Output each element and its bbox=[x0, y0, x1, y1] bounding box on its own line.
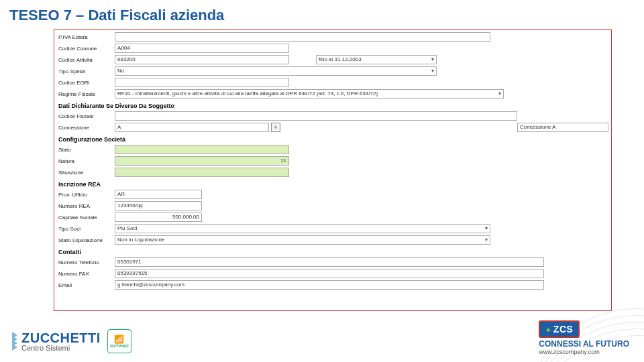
brand-top: ZUCCHETTI bbox=[21, 331, 101, 345]
lbl-fax: Numero FAX bbox=[54, 271, 115, 277]
lbl-eori: Codice EORI bbox=[54, 80, 115, 86]
input-email[interactable]: g.franchi@zcscompany.com bbox=[115, 280, 544, 290]
lbl-stato: Stato bbox=[54, 147, 115, 153]
lbl-comune: Codice Comune bbox=[54, 46, 115, 52]
input-eori[interactable] bbox=[115, 78, 289, 87]
select-spese[interactable]: No bbox=[115, 66, 437, 76]
input-cf[interactable] bbox=[115, 111, 517, 121]
input-capitale[interactable]: 500.000,00 bbox=[115, 213, 202, 222]
input-situazione[interactable] bbox=[115, 168, 289, 177]
logo-zcs: ZCS CONNESSI AL FUTURO www.zcscompany.co… bbox=[539, 320, 629, 355]
input-natura[interactable]: 11 bbox=[115, 156, 289, 166]
input-tel[interactable]: 05301971 bbox=[115, 257, 544, 267]
lbl-spese: Tipo Spese bbox=[54, 68, 115, 74]
chevron-icon bbox=[12, 333, 17, 349]
brand-bot: Centro Sistemi bbox=[21, 345, 101, 352]
input-concessione-side[interactable]: Concessione A bbox=[517, 123, 608, 132]
input-fax[interactable]: 0539197515 bbox=[115, 269, 544, 278]
input-attivita[interactable]: 683200 bbox=[115, 55, 289, 64]
lbl-tiposoci: Tipo Soci bbox=[54, 226, 115, 232]
logo-zucchetti: ZUCCHETTI Centro Sistemi 📶SOFTWARE bbox=[12, 329, 131, 353]
lbl-email: Email bbox=[54, 282, 115, 288]
input-concessione[interactable]: A bbox=[115, 123, 269, 132]
section-contatti: Contatti bbox=[54, 246, 611, 257]
zcs-badge: ZCS bbox=[539, 320, 580, 338]
lbl-piva: P.IVA Estera bbox=[54, 34, 115, 40]
footer: ZUCCHETTI Centro Sistemi 📶SOFTWARE ZCS C… bbox=[0, 320, 644, 362]
section-rea: Iscrizione REA bbox=[54, 178, 611, 189]
lbl-capitale: Capitale Sociale bbox=[54, 215, 115, 221]
lbl-numrea: Numero REA bbox=[54, 203, 115, 209]
lbl-cf: Codice Fiscale bbox=[54, 113, 115, 119]
tagline: CONNESSI AL FUTURO bbox=[539, 339, 629, 349]
lbl-concessione: Concessione bbox=[54, 125, 115, 131]
page-title: TESEO 7 – Dati Fiscali azienda bbox=[0, 0, 644, 29]
form-panel: P.IVA Estera Codice ComuneA004 Codice At… bbox=[54, 29, 612, 311]
lbl-regime: Regime Fiscale bbox=[54, 91, 115, 97]
input-stato[interactable] bbox=[115, 145, 289, 154]
section-conf: Configurazione Società bbox=[54, 133, 611, 144]
select-tiposoci[interactable]: Più Soci bbox=[115, 224, 490, 233]
lbl-statoliq: Stato Liquidazione bbox=[54, 237, 115, 243]
add-concessione-button[interactable]: + bbox=[271, 123, 280, 132]
input-piva[interactable] bbox=[115, 32, 490, 42]
input-numrea[interactable]: 123456/qq bbox=[115, 201, 202, 210]
select-periodo[interactable]: fino al 31.12.2003 bbox=[316, 55, 437, 64]
lbl-attivita: Codice Attività bbox=[54, 57, 115, 63]
input-prov[interactable]: AR bbox=[115, 190, 202, 199]
input-comune[interactable]: A004 bbox=[115, 44, 289, 53]
lbl-prov: Prov. Ufficio bbox=[54, 192, 115, 198]
website: www.zcscompany.com bbox=[539, 349, 629, 355]
lbl-natura: Natura bbox=[54, 158, 115, 164]
software-badge: 📶SOFTWARE bbox=[107, 329, 131, 353]
section-dichiarante: Dati Dichiarante Se Diverso Da Soggetto bbox=[54, 100, 611, 111]
lbl-tel: Numero Telefono bbox=[54, 259, 115, 265]
lbl-situazione: Situazione bbox=[54, 170, 115, 176]
select-regime[interactable]: RF10 - Intrattenimenti, giochi e altre a… bbox=[115, 89, 504, 99]
select-statoliq[interactable]: Non in Liquidazione bbox=[115, 235, 490, 245]
